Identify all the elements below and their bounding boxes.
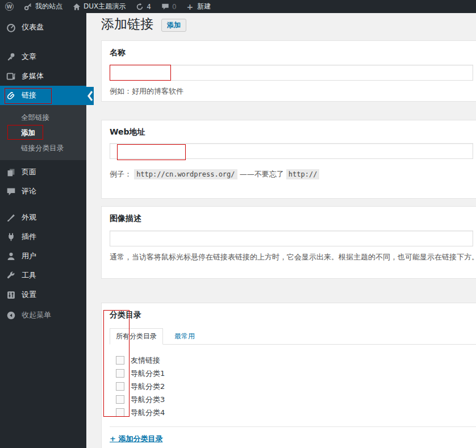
submenu-item-add-link[interactable]: 添加 (0, 125, 86, 140)
tab-most-used[interactable]: 最常用 (172, 329, 197, 344)
sidebar-label: 页面 (22, 167, 36, 177)
category-label[interactable]: 导航分类4 (131, 408, 165, 418)
sidebar-item-plugins[interactable]: 插件 (0, 227, 86, 246)
category-label[interactable]: 导航分类3 (131, 395, 165, 405)
sidebar-label: 仪表盘 (22, 22, 44, 32)
sidebar-item-dashboard[interactable]: 仪表盘 (0, 18, 86, 37)
category-row: 导航分类1 (110, 367, 476, 380)
sidebar-label: 外观 (22, 212, 36, 223)
sidebar-label: 多媒体 (22, 71, 44, 81)
sidebar-item-comments[interactable]: 评论 (0, 182, 86, 201)
sidebar-item-users[interactable]: 用户 (0, 246, 86, 266)
categories-heading: 分类目录 (110, 310, 476, 320)
home-icon (73, 3, 81, 11)
updates-menu[interactable]: 4 (131, 0, 156, 13)
sidebar-item-posts[interactable]: 文章 (0, 47, 86, 66)
tab-all-categories[interactable]: 所有分类目录 (110, 328, 163, 345)
current-menu-arrow (86, 87, 94, 107)
description-panel: 图像描述 通常，当访客将鼠标光标悬停在链接表链接的上方时，它会显示出来。根据主题… (101, 206, 476, 279)
collapse-icon (6, 311, 16, 320)
sidebar-item-links[interactable]: 链接 (0, 86, 86, 105)
category-tabs: 所有分类目录 最常用 (110, 328, 476, 345)
user-icon (6, 252, 16, 261)
submenu-item-all-links[interactable]: 全部链接 (0, 110, 86, 125)
category-row: 导航分类4 (110, 406, 476, 419)
key-icon (24, 2, 32, 11)
brush-icon (6, 213, 16, 223)
update-icon (136, 3, 144, 11)
sidebar-item-settings[interactable]: 设置 (0, 285, 86, 304)
sidebar-label: 工具 (22, 270, 36, 280)
web-address-heading: Web地址 (110, 127, 476, 137)
sidebar-item-pages[interactable]: 页面 (0, 162, 86, 182)
sidebar-label: 用户 (22, 251, 36, 261)
comment-count: 0 (172, 3, 177, 11)
sidebar-item-appearance[interactable]: 外观 (0, 208, 86, 227)
sidebar-label: 文章 (22, 52, 36, 62)
pin-icon (6, 52, 16, 62)
name-help-text: 例如：好用的博客软件 (110, 86, 476, 97)
category-checkbox[interactable] (116, 408, 124, 417)
example-scheme-code: http:// (286, 169, 320, 179)
page-header: 添加链接 添加 (101, 16, 186, 32)
category-label[interactable]: 导航分类1 (131, 369, 165, 379)
help-prefix: 例子： (110, 170, 132, 178)
page-title: 添加链接 (101, 16, 153, 32)
example-url-code: http://cn.wordpress.org/ (134, 169, 237, 179)
admin-bar: W 我的站点 DUX主题演示 4 0 + 新建 (0, 0, 476, 13)
link-name-input[interactable] (110, 65, 473, 81)
new-label: 新建 (197, 2, 211, 11)
category-row: 导航分类2 (110, 380, 476, 393)
sidebar-item-collapse-menu[interactable]: 收起菜单 (0, 305, 86, 325)
add-category-link[interactable]: + 添加分类目录 (110, 434, 162, 444)
plug-icon (6, 232, 16, 242)
categories-panel: 分类目录 所有分类目录 最常用 友情链接 导航分类1 导航分类2 导航分类3 导… (101, 303, 476, 448)
sidebar-item-tools[interactable]: 工具 (0, 266, 86, 285)
my-sites-menu[interactable]: 我的站点 (19, 0, 68, 13)
help-middle: ——不要忘了 (240, 170, 284, 178)
category-checkbox[interactable] (116, 382, 124, 391)
sidebar-label: 链接 (22, 90, 36, 101)
category-row: 友情链接 (110, 354, 476, 367)
site-name: DUX主题演示 (83, 2, 126, 11)
link-description-input[interactable] (110, 231, 473, 246)
sidebar-item-media[interactable]: 多媒体 (0, 66, 86, 86)
category-checkbox[interactable] (116, 356, 124, 365)
site-menu[interactable]: DUX主题演示 (68, 0, 131, 13)
name-heading: 名称 (110, 48, 476, 58)
sidebar-label: 收起菜单 (22, 310, 51, 320)
divider (110, 426, 476, 427)
add-new-button[interactable]: 添加 (161, 19, 186, 32)
new-content-menu[interactable]: + 新建 (182, 0, 216, 13)
category-label[interactable]: 友情链接 (131, 355, 160, 366)
comments-menu[interactable]: 0 (156, 0, 182, 13)
description-heading: 图像描述 (110, 213, 476, 224)
sidebar-label: 评论 (22, 186, 36, 196)
plus-icon: + (187, 2, 194, 11)
name-panel: 名称 例如：好用的博客软件 (101, 40, 476, 102)
media-icon (6, 72, 16, 81)
my-sites-label: 我的站点 (35, 2, 62, 11)
settings-icon (6, 290, 16, 300)
submenu-item-link-categories[interactable]: 链接分类目录 (0, 140, 86, 156)
wrench-icon (6, 271, 16, 280)
web-address-panel: Web地址 例子： http://cn.wordpress.org/ ——不要忘… (101, 120, 476, 199)
category-checkbox[interactable] (116, 369, 124, 378)
category-row: 导航分类3 (110, 393, 476, 406)
admin-sidebar: 仪表盘 文章 多媒体 链接 全部链接 添加 链接分类目录 (0, 13, 86, 448)
category-checkbox[interactable] (116, 395, 124, 404)
comment-bubble-icon (6, 187, 16, 196)
sidebar-label: 插件 (22, 232, 36, 242)
wordpress-menu[interactable]: W (0, 0, 19, 13)
paperclip-icon (6, 91, 16, 101)
dashboard-icon (6, 23, 16, 32)
link-url-input[interactable] (110, 143, 473, 159)
update-count: 4 (147, 3, 151, 11)
comment-icon (161, 3, 169, 11)
pages-icon (6, 168, 16, 177)
links-submenu: 全部链接 添加 链接分类目录 (0, 105, 86, 160)
wordpress-logo: W (5, 2, 14, 11)
web-address-help-text: 例子： http://cn.wordpress.org/ ——不要忘了 http… (110, 169, 476, 179)
category-checklist: 友情链接 导航分类1 导航分类2 导航分类3 导航分类4 (110, 354, 476, 419)
category-label[interactable]: 导航分类2 (131, 382, 165, 392)
